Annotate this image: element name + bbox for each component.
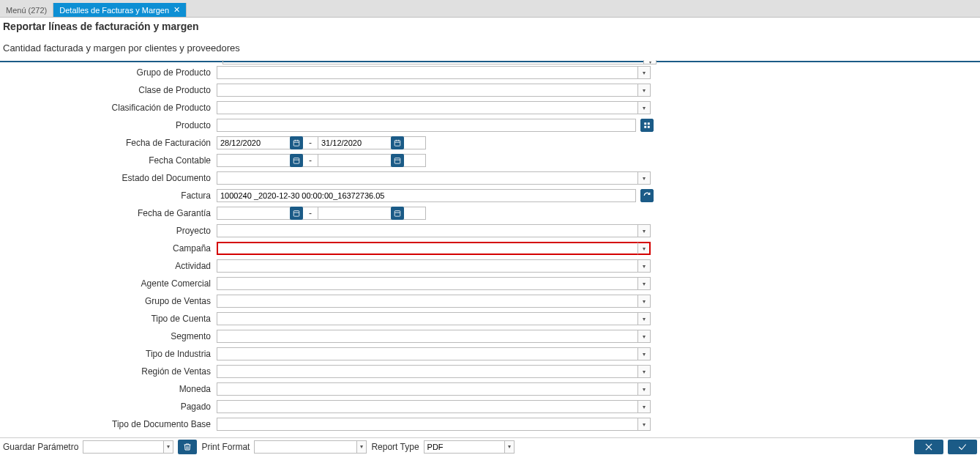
input-guardar-parametro[interactable]: [83, 440, 163, 454]
lookup-factura[interactable]: [217, 189, 636, 202]
input-pagado[interactable]: [217, 400, 637, 413]
combo-report-type[interactable]: ▾: [424, 440, 515, 454]
date-fecha-contable-from[interactable]: [217, 154, 287, 167]
combo-estado-documento[interactable]: ▾: [217, 171, 651, 185]
label-report-type: Report Type: [371, 442, 419, 452]
chevron-down-icon[interactable]: ▾: [637, 277, 651, 290]
label-segmento: Segmento: [0, 331, 217, 341]
input-clase-producto[interactable]: [217, 84, 637, 97]
input-region-ventas[interactable]: [217, 365, 637, 378]
range-separator: -: [306, 155, 315, 166]
tab-menu[interactable]: Menú (272): [0, 3, 53, 17]
input-tipo-documento-base[interactable]: [217, 418, 637, 431]
combo-segmento[interactable]: ▾: [217, 330, 651, 343]
input-tipo-cuenta[interactable]: [217, 312, 637, 325]
close-icon[interactable]: ✕: [173, 5, 180, 15]
confirm-button[interactable]: [948, 440, 977, 454]
input-tipo-industria[interactable]: [217, 347, 637, 360]
input-print-format[interactable]: [254, 440, 356, 454]
combo-tipo-documento-base[interactable]: ▾: [217, 418, 651, 431]
date-fecha-facturacion-from[interactable]: [217, 136, 287, 149]
date-fecha-facturacion-to[interactable]: [318, 136, 388, 149]
combo-proyecto[interactable]: ▾: [217, 224, 651, 237]
label-clase-producto: Clase de Producto: [0, 85, 217, 95]
date-fecha-garantia-from[interactable]: [217, 207, 287, 220]
svg-rect-8: [394, 141, 400, 147]
chevron-down-icon[interactable]: ▾: [637, 330, 651, 343]
combo-pagado[interactable]: ▾: [217, 400, 651, 413]
calendar-icon[interactable]: [290, 207, 303, 220]
svg-rect-0: [644, 122, 646, 125]
chevron-down-icon[interactable]: ▾: [637, 101, 651, 114]
input-grupo-producto[interactable]: [217, 66, 637, 79]
combo-tipo-cuenta[interactable]: ▾: [217, 312, 651, 325]
chevron-down-icon[interactable]: ▾: [637, 295, 651, 308]
calendar-icon[interactable]: [391, 136, 404, 149]
chevron-down-icon[interactable]: ▾: [637, 84, 651, 97]
chevron-down-icon[interactable]: ▾: [356, 440, 367, 454]
calendar-icon[interactable]: [290, 136, 303, 149]
chevron-down-icon[interactable]: ▾: [637, 418, 651, 431]
combo-guardar-parametro[interactable]: ▾: [83, 440, 173, 454]
chevron-down-icon[interactable]: ▾: [637, 365, 651, 378]
trash-icon[interactable]: [178, 440, 197, 454]
form-scroll-area[interactable]: ▾ Grupo de Producto ▾ Clase de Producto …: [0, 56, 980, 434]
chevron-down-icon[interactable]: ▾: [163, 440, 173, 454]
input-clasificacion-producto[interactable]: [217, 101, 637, 114]
chevron-down-icon[interactable]: ▾: [637, 171, 651, 185]
calendar-icon[interactable]: [391, 207, 404, 220]
range-separator: -: [306, 208, 315, 218]
input-producto[interactable]: [217, 119, 636, 132]
input-fecha-garantia-to[interactable]: [318, 207, 426, 220]
calendar-icon[interactable]: [391, 154, 404, 167]
combo-clasificacion-producto[interactable]: ▾: [217, 101, 651, 114]
combo-moneda[interactable]: ▾: [217, 382, 651, 396]
svg-rect-3: [648, 126, 650, 128]
chevron-down-icon[interactable]: ▾: [637, 259, 651, 273]
input-fecha-facturacion-to[interactable]: [318, 136, 426, 149]
input-agente-comercial[interactable]: [217, 277, 637, 290]
tab-detalles-facturas[interactable]: Detalles de Facturas y Margen ✕: [53, 3, 187, 17]
chevron-down-icon[interactable]: ▾: [637, 66, 651, 79]
combo-clase-producto[interactable]: ▾: [217, 84, 651, 97]
combo-actividad[interactable]: ▾: [217, 259, 651, 273]
chevron-down-icon[interactable]: ▾: [504, 440, 515, 454]
input-moneda[interactable]: [217, 382, 637, 396]
chevron-down-icon[interactable]: ▾: [637, 224, 651, 237]
cancel-button[interactable]: [914, 440, 943, 454]
chevron-down-icon[interactable]: ▾: [637, 400, 651, 413]
chevron-down-icon[interactable]: ▾: [637, 242, 651, 255]
input-campana[interactable]: [217, 242, 637, 255]
combo-campana[interactable]: ▾: [217, 242, 651, 255]
combo-print-format[interactable]: ▾: [254, 440, 367, 454]
tab-detalles-label: Detalles de Facturas y Margen: [59, 6, 169, 15]
product-lookup-icon[interactable]: [640, 119, 654, 132]
combo-region-ventas[interactable]: ▾: [217, 365, 651, 378]
input-segmento[interactable]: [217, 330, 637, 343]
refresh-icon[interactable]: [640, 189, 654, 202]
combo-tipo-industria[interactable]: ▾: [217, 347, 651, 360]
input-proyecto[interactable]: [217, 224, 637, 237]
label-tipo-cuenta: Tipo de Cuenta: [0, 314, 217, 324]
input-actividad[interactable]: [217, 259, 637, 273]
chevron-down-icon[interactable]: ▾: [637, 382, 651, 396]
date-fecha-garantia-to[interactable]: [318, 207, 388, 220]
combo-agente-comercial[interactable]: ▾: [217, 277, 651, 290]
chevron-down-icon[interactable]: ▾: [637, 312, 651, 325]
input-report-type[interactable]: [424, 440, 504, 454]
lookup-producto[interactable]: [217, 119, 636, 132]
calendar-icon[interactable]: [290, 154, 303, 167]
date-fecha-contable-to[interactable]: [318, 154, 388, 167]
svg-rect-4: [293, 141, 299, 147]
label-proyecto: Proyecto: [0, 226, 217, 236]
input-factura[interactable]: [217, 189, 636, 202]
input-estado-documento[interactable]: [217, 171, 637, 185]
label-campana: Campaña: [0, 243, 217, 254]
combo-grupo-ventas[interactable]: ▾: [217, 295, 651, 308]
chevron-down-icon[interactable]: ▾: [637, 347, 651, 360]
label-fecha-contable: Fecha Contable: [0, 155, 217, 166]
label-fecha-garantia: Fecha de Garantía: [0, 208, 217, 218]
input-grupo-ventas[interactable]: [217, 295, 637, 308]
combo-grupo-producto[interactable]: ▾: [217, 66, 651, 79]
input-fecha-contable-to[interactable]: [318, 154, 426, 167]
